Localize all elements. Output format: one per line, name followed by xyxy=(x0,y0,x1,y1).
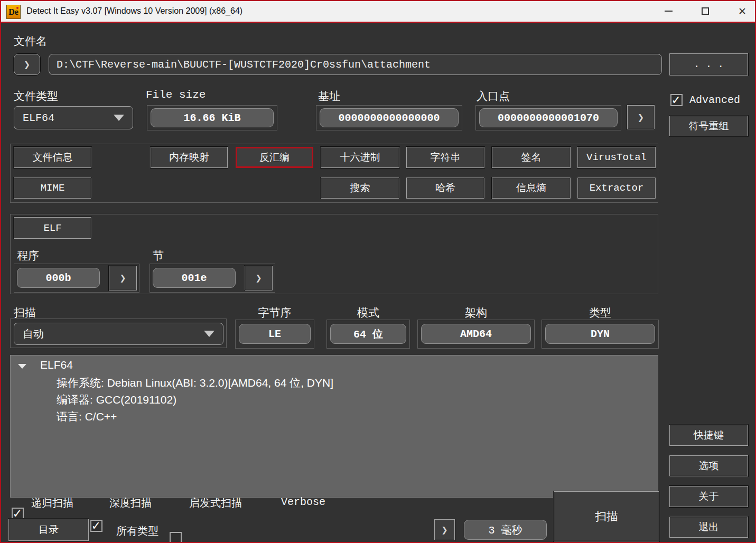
entropy-button[interactable]: 信息熵 xyxy=(492,177,571,199)
recursive-scan-checkbox[interactable] xyxy=(12,508,24,520)
about-label: 关于 xyxy=(699,490,719,503)
strings-button[interactable]: 字符串 xyxy=(406,147,484,168)
program-label: 程序 xyxy=(17,248,39,263)
advanced-checkbox[interactable] xyxy=(670,94,683,106)
hash-button[interactable]: 哈希 xyxy=(406,177,484,199)
heuristic-scan-checkbox[interactable] xyxy=(170,532,182,543)
endianness-value[interactable]: LE xyxy=(239,324,311,344)
strings-label: 字符串 xyxy=(431,151,461,164)
program-count-value[interactable]: 000b xyxy=(17,268,100,288)
file-type-label: 文件类型 xyxy=(14,89,58,104)
directory-button[interactable]: 目录 xyxy=(8,519,89,541)
app-logo-icon: De xyxy=(6,5,21,19)
section-count-text: 001e xyxy=(181,272,207,284)
window-title: Detect It Easy v3.07 [Windows 10 Version… xyxy=(26,6,242,16)
result-language-line[interactable]: 语言: C/C++ xyxy=(57,409,117,424)
extractor-label: Extractor xyxy=(590,182,644,194)
file-path-value: D:\CTF\Reverse-main\BUUCTF-[WUSTCTF2020]… xyxy=(57,59,431,71)
browse-button[interactable]: . . . xyxy=(669,53,748,76)
mime-label: MIME xyxy=(41,182,65,194)
result-os-line[interactable]: 操作系统: Debian Linux(ABI: 3.2.0)[AMD64, 64… xyxy=(57,376,333,390)
type-value[interactable]: DYN xyxy=(545,324,655,344)
recursive-scan-label: 递归扫描 xyxy=(31,496,73,510)
maximize-icon xyxy=(702,7,709,15)
chevron-right-icon: ❯ xyxy=(638,111,644,124)
exit-button[interactable]: 退出 xyxy=(669,517,748,538)
arch-text: AMD64 xyxy=(460,328,492,340)
disassembly-label: 反汇编 xyxy=(259,151,290,164)
program-goto-button[interactable]: ❯ xyxy=(109,266,137,291)
file-type-select[interactable]: ELF64 xyxy=(14,106,133,129)
virustotal-label: VirusTotal xyxy=(586,152,647,163)
memory-map-button[interactable]: 内存映射 xyxy=(151,147,228,168)
signatures-label: 签名 xyxy=(521,151,542,164)
scan-results-panel[interactable]: ELF64 操作系统: Debian Linux(ABI: 3.2.0)[AMD… xyxy=(10,355,658,498)
log-button[interactable]: ❯ xyxy=(434,519,455,540)
base-address-value[interactable]: 0000000000000000 xyxy=(320,108,459,127)
section-label: 节 xyxy=(153,248,164,263)
memory-map-label: 内存映射 xyxy=(169,151,209,164)
section-count-value[interactable]: 001e xyxy=(153,268,236,288)
disassembly-button[interactable]: 反汇编 xyxy=(236,147,313,168)
file-type-value: ELF64 xyxy=(23,112,54,124)
shortcuts-button[interactable]: 快捷键 xyxy=(669,425,748,446)
arch-value[interactable]: AMD64 xyxy=(421,324,531,344)
all-types-label: 所有类型 xyxy=(116,524,158,538)
result-compiler-line[interactable]: 编译器: GCC(20191102) xyxy=(57,392,176,407)
minimize-button[interactable] xyxy=(656,2,680,20)
scan-mode-value: 自动 xyxy=(23,327,44,341)
options-label: 选项 xyxy=(699,459,719,473)
app-window: De Detect It Easy v3.07 [Windows 10 Vers… xyxy=(0,0,756,543)
scan-button-label: 扫描 xyxy=(595,509,618,525)
scan-mode-select[interactable]: 自动 xyxy=(14,323,223,345)
scan-duration-text: 3 毫秒 xyxy=(488,523,522,537)
chevron-down-icon xyxy=(114,115,124,121)
titlebar: De Detect It Easy v3.07 [Windows 10 Vers… xyxy=(1,1,755,23)
tree-collapse-icon[interactable] xyxy=(18,364,26,369)
elf-button[interactable]: ELF xyxy=(14,217,91,239)
filename-label: 文件名 xyxy=(14,34,47,49)
mode-label: 模式 xyxy=(326,305,410,320)
maximize-button[interactable] xyxy=(693,2,717,20)
result-root[interactable]: ELF64 xyxy=(40,359,73,371)
hash-label: 哈希 xyxy=(435,181,455,195)
close-button[interactable]: ✕ xyxy=(730,2,754,20)
section-goto-button[interactable]: ❯ xyxy=(245,266,273,291)
browse-dots: . . . xyxy=(694,59,724,70)
entry-point-label: 入口点 xyxy=(477,89,510,104)
chevron-right-icon: ❯ xyxy=(441,523,447,537)
entry-point-goto-button[interactable]: ❯ xyxy=(627,105,655,129)
hex-button[interactable]: 十六进制 xyxy=(321,147,399,168)
chevron-down-icon xyxy=(204,331,214,337)
file-size-value[interactable]: 16.66 KiB xyxy=(151,108,274,127)
mode-text: 64 位 xyxy=(353,327,383,341)
file-info-label: 文件信息 xyxy=(33,151,73,164)
search-button[interactable]: 搜索 xyxy=(321,177,399,199)
file-info-button[interactable]: 文件信息 xyxy=(14,147,91,168)
endianness-text: LE xyxy=(268,328,281,340)
heuristic-scan-label: 启发式扫描 xyxy=(189,496,242,510)
hex-label: 十六进制 xyxy=(340,151,380,164)
mode-value[interactable]: 64 位 xyxy=(330,324,406,344)
entry-point-value[interactable]: 0000000000001070 xyxy=(479,108,618,127)
deep-scan-checkbox[interactable] xyxy=(90,520,102,532)
mime-button[interactable]: MIME xyxy=(14,177,91,199)
close-icon: ✕ xyxy=(738,5,746,17)
signatures-button[interactable]: 签名 xyxy=(492,147,571,168)
scan-button[interactable]: 扫描 xyxy=(554,491,659,541)
virustotal-button[interactable]: VirusTotal xyxy=(577,147,656,168)
extractor-button[interactable]: Extractor xyxy=(577,177,656,199)
program-count-text: 000b xyxy=(45,272,71,284)
type-label: 类型 xyxy=(542,305,659,320)
open-file-button[interactable]: ❯ xyxy=(14,54,40,75)
file-size-label: File size xyxy=(146,89,206,101)
search-label: 搜索 xyxy=(350,181,370,195)
file-path-input[interactable]: D:\CTF\Reverse-main\BUUCTF-[WUSTCTF2020]… xyxy=(49,54,662,75)
about-button[interactable]: 关于 xyxy=(669,486,748,507)
deep-scan-label: 深度扫描 xyxy=(109,496,152,510)
exit-label: 退出 xyxy=(699,520,719,534)
options-button[interactable]: 选项 xyxy=(669,455,748,476)
symbol-reorganize-button[interactable]: 符号重组 xyxy=(669,116,748,136)
entropy-label: 信息熵 xyxy=(516,181,546,195)
chevron-right-icon: ❯ xyxy=(255,272,262,285)
